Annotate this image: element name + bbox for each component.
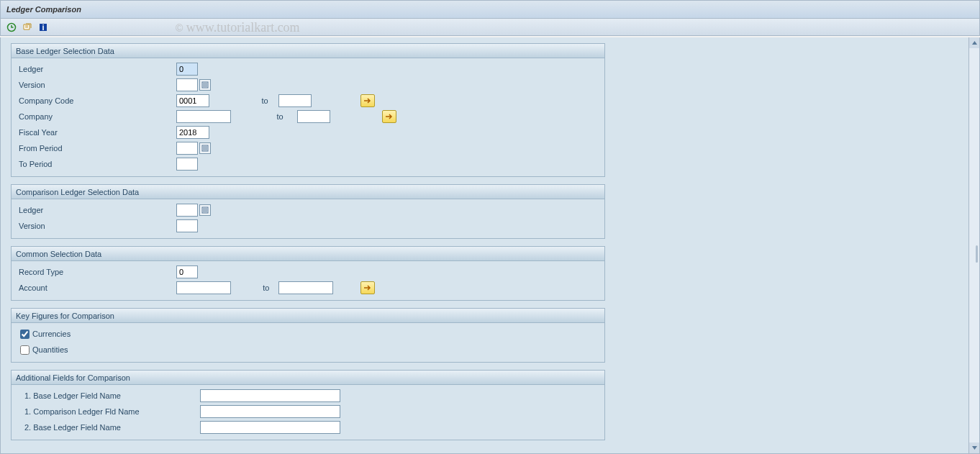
label-to: to xyxy=(261,283,271,292)
label-to: to xyxy=(259,96,271,105)
info-button[interactable]: i xyxy=(37,21,50,34)
input-fiscal-year[interactable] xyxy=(176,126,209,139)
label-to: to xyxy=(273,112,287,121)
f4-button-comp-ledger[interactable] xyxy=(199,204,211,216)
input-company-to[interactable] xyxy=(297,110,330,123)
input-comp-ledger[interactable] xyxy=(176,204,198,217)
input-base-version[interactable] xyxy=(176,78,198,91)
label-to-period: To Period xyxy=(14,160,176,168)
group-common: Common Selection Data Record Type Accoun… xyxy=(11,246,605,301)
execute-button[interactable] xyxy=(5,21,18,34)
page-title: Ledger Comparison xyxy=(6,5,81,14)
input-account-to[interactable] xyxy=(278,281,333,294)
f4-button-version[interactable] xyxy=(199,79,211,91)
label-fiscal-year: Fiscal Year xyxy=(14,128,176,137)
input-base-field-1[interactable] xyxy=(200,389,340,402)
input-comp-version[interactable] xyxy=(176,219,198,232)
group-header-base: Base Ledger Selection Data xyxy=(12,44,604,58)
input-to-period[interactable] xyxy=(176,158,198,171)
input-comp-field-1[interactable] xyxy=(200,405,340,418)
multiple-selection-company-code[interactable] xyxy=(360,94,375,107)
input-base-ledger[interactable] xyxy=(176,63,198,76)
group-base-ledger: Base Ledger Selection Data Ledger Versio… xyxy=(11,43,605,177)
label-account: Account xyxy=(14,283,176,292)
label-company-code: Company Code xyxy=(14,96,176,105)
input-company-from[interactable] xyxy=(176,110,231,123)
scroll-down-arrow-icon[interactable] xyxy=(969,442,980,453)
label-comp-ledger: Ledger xyxy=(14,206,176,214)
group-header-keyfig: Key Figures for Comparison xyxy=(12,309,604,323)
group-header-comp: Comparison Ledger Selection Data xyxy=(12,185,604,199)
input-account-from[interactable] xyxy=(176,281,231,294)
scroll-thumb[interactable] xyxy=(976,245,978,263)
checkbox-quantities[interactable] xyxy=(20,345,30,355)
page-title-bar: Ledger Comparison xyxy=(0,0,980,19)
group-header-common: Common Selection Data xyxy=(12,247,604,261)
multiple-selection-company[interactable] xyxy=(382,110,396,123)
input-company-code-from[interactable] xyxy=(176,94,209,107)
label-currencies: Currencies xyxy=(32,330,71,338)
label-base-field-1: 1. Base Ledger Field Name xyxy=(14,391,200,400)
input-record-type[interactable] xyxy=(176,265,198,278)
label-base-field-2: 2. Base Ledger Field Name xyxy=(14,423,200,432)
label-comp-field-1: 1. Comparison Ledger Fld Name xyxy=(14,407,200,416)
checkbox-currencies[interactable] xyxy=(20,330,30,339)
svg-text:i: i xyxy=(42,23,44,32)
vertical-scrollbar[interactable] xyxy=(968,37,979,453)
get-variant-button[interactable] xyxy=(21,21,34,34)
label-quantities: Quantities xyxy=(32,345,68,354)
content-area: Base Ledger Selection Data Ledger Versio… xyxy=(0,37,980,454)
label-from-period: From Period xyxy=(14,144,176,153)
label-comp-version: Version xyxy=(14,222,176,230)
label-record-type: Record Type xyxy=(14,268,176,276)
f4-button-from-period[interactable] xyxy=(199,142,211,154)
group-header-addl: Additional Fields for Comparison xyxy=(12,371,604,385)
application-toolbar: i xyxy=(0,19,980,36)
label-version: Version xyxy=(14,81,176,89)
group-additional-fields: Additional Fields for Comparison 1. Base… xyxy=(11,370,605,440)
input-from-period[interactable] xyxy=(176,142,198,155)
group-comparison-ledger: Comparison Ledger Selection Data Ledger … xyxy=(11,184,605,239)
label-company: Company xyxy=(14,112,176,121)
multiple-selection-account[interactable] xyxy=(360,281,375,294)
input-company-code-to[interactable] xyxy=(278,94,312,107)
input-base-field-2[interactable] xyxy=(200,421,340,434)
scroll-up-arrow-icon[interactable] xyxy=(969,37,980,48)
group-key-figures: Key Figures for Comparison Currencies Qu… xyxy=(11,308,605,363)
label-ledger: Ledger xyxy=(14,65,176,73)
